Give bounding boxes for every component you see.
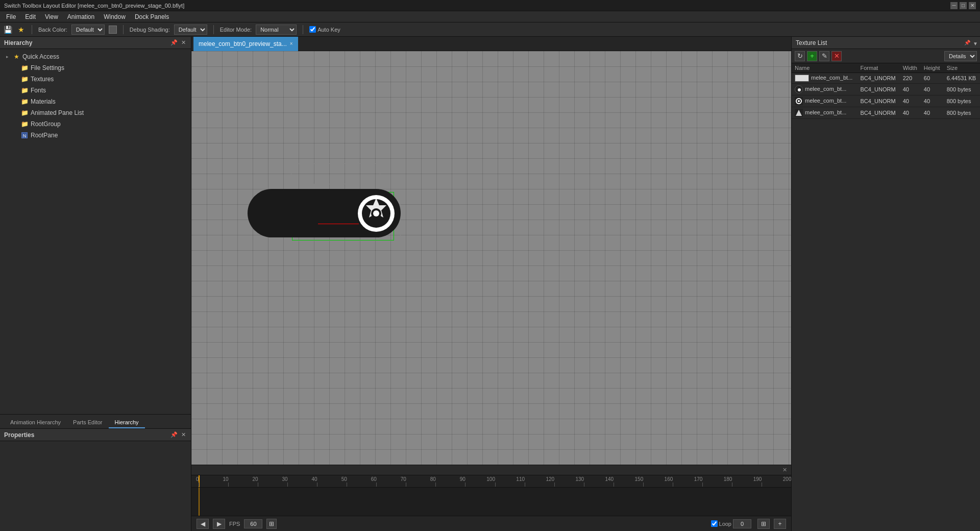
texture-row-0[interactable]: melee_com_bt...BC4_UNORM220606.44531 KB [792,73,980,84]
ruler-mark-190: 190 [762,475,762,487]
loop-checkbox[interactable] [711,520,718,527]
canvas-grid [191,51,791,465]
tab-hierarchy[interactable]: Hierarchy [109,417,145,428]
ruler-mark-0: 0 [199,475,199,487]
animated-pane-label: Animated Pane List [31,109,84,116]
ruler-mark-160: 160 [673,475,673,487]
menu-bar: File Edit View Animation Window Dock Pan… [0,11,980,22]
ruler-tick-90 [465,482,465,487]
tree-item-textures[interactable]: 📁 Textures [0,74,191,85]
ruler-label-50: 50 [341,476,347,482]
editor-tab-main[interactable]: melee_com_btn0_preview_sta... × [193,37,298,51]
debug-shading-label: Debug Shading: [130,27,170,33]
tree-item-quick-access[interactable]: ▸ ★ Quick Access [0,51,191,62]
quick-access-label: Quick Access [22,53,59,60]
ruler-tick-110 [525,482,525,487]
editor-mode-label: Editor Mode: [220,27,252,33]
hierarchy-title: Hierarchy [4,39,32,46]
center-area: melee_com_btn0_preview_sta... × ▼ [191,37,791,531]
auto-key-checkbox[interactable] [309,26,316,33]
canvas-area[interactable] [191,51,791,465]
ruler-label-180: 180 [724,476,732,482]
timeline-close-icon[interactable]: ✕ [782,467,787,473]
textures-icon: 📁 [20,75,29,83]
ruler-label-170: 170 [694,476,703,482]
hierarchy-panel: Hierarchy 📌 ✕ ▸ ★ Quick Access 📁 File Se… [0,37,191,429]
materials-label: Materials [31,98,56,105]
close-button[interactable]: ✕ [969,2,976,9]
hierarchy-pin-icon[interactable]: 📌 [170,39,178,46]
maximize-button[interactable]: □ [960,2,967,9]
quick-access-icon: ★ [12,53,20,61]
materials-icon: 📁 [20,98,29,106]
menu-view[interactable]: View [41,12,62,21]
ruler-label-100: 100 [486,476,495,482]
debug-shading-select[interactable]: Default [174,25,207,35]
menu-dock-panels[interactable]: Dock Panels [131,12,173,21]
tree-item-materials[interactable]: 📁 Materials [0,96,191,107]
timeline-content[interactable] [191,488,791,516]
texture-view-select[interactable]: Details Icons List [944,51,977,61]
expand-quick-access[interactable]: ▸ [4,54,10,60]
ruler-label-30: 30 [282,476,288,482]
add-frame-btn[interactable]: + [774,519,786,529]
loop-input[interactable] [733,519,751,528]
tree-item-root-pane[interactable]: N RootPane [0,130,191,141]
toolbar-save-icon[interactable]: 💾 [3,25,12,34]
ruler-label-90: 90 [460,476,465,482]
tree-item-root-group[interactable]: 📁 RootGroup [0,118,191,130]
menu-animation[interactable]: Animation [63,12,99,21]
play-forward-button[interactable]: ▶ [213,519,225,529]
ruler-mark-170: 170 [702,475,703,487]
texture-reload-btn[interactable]: ↻ [795,51,805,61]
texture-row-1[interactable]: melee_com_bt...BC4_UNORM4040800 bytes [792,84,980,95]
expand-animated-pane [12,110,18,116]
hierarchy-close-icon[interactable]: ✕ [180,39,187,46]
texture-edit-btn[interactable]: ✎ [819,51,829,61]
texture-panel-pin[interactable]: 📌 [964,40,970,45]
texture-cell-width-1: 40 [900,84,921,95]
tree-item-fonts[interactable]: 📁 Fonts [0,85,191,96]
tab-animation-hierarchy[interactable]: Animation Hierarchy [4,417,67,428]
tree-item-animated-pane-list[interactable]: 📁 Animated Pane List [0,107,191,118]
ruler-mark-60: 60 [376,475,377,487]
ruler-mark-40: 40 [317,475,317,487]
ruler-label-110: 110 [516,476,525,482]
ruler-label-200: 200 [783,476,791,482]
ruler-mark-70: 70 [406,475,406,487]
tab-parts-editor[interactable]: Parts Editor [67,417,108,428]
texture-row-2[interactable]: melee_com_bt...BC4_UNORM4040800 bytes [792,95,980,107]
ruler-label-40: 40 [312,476,317,482]
menu-window[interactable]: Window [100,12,130,21]
minimize-button[interactable]: ─ [950,2,958,9]
back-color-select[interactable]: Default [71,25,105,35]
add-keyframe-button[interactable]: ⊞ [266,519,277,529]
editor-mode-select[interactable]: Normal Viewer Animation [256,25,297,35]
play-back-button[interactable]: ◀ [197,519,209,529]
texture-cell-size-1: 800 bytes [944,84,980,95]
ruler-label-150: 150 [635,476,644,482]
expand-keyframe-btn[interactable]: ⊞ [757,519,770,529]
ruler-tick-130 [584,482,584,487]
ruler-label-120: 120 [546,476,554,482]
menu-file[interactable]: File [2,12,20,21]
properties-panel: Properties 📌 ✕ [0,429,191,531]
fps-input[interactable] [244,519,262,528]
ruler-tick-120 [554,482,555,487]
properties-pin-icon[interactable]: 📌 [170,431,178,439]
back-color-picker[interactable] [109,26,117,34]
texture-delete-btn[interactable]: ✕ [831,51,842,61]
tree-item-file-settings[interactable]: 📁 File Settings [0,62,191,74]
editor-tab-close[interactable]: × [290,41,293,46]
editor-tab-scroll-right[interactable]: ▼ [971,39,980,49]
texture-add-btn[interactable]: + [807,51,817,61]
auto-key-toggle[interactable]: Auto Key [309,26,340,33]
ruler-tick-100 [495,482,496,487]
texture-row-3[interactable]: melee_com_bt...BC4_UNORM4040800 bytes [792,107,980,119]
menu-edit[interactable]: Edit [21,12,40,21]
animated-pane-icon: 📁 [20,109,29,117]
ruler-mark-120: 120 [554,475,555,487]
properties-close-icon[interactable]: ✕ [180,431,187,439]
ruler-mark-80: 80 [435,475,436,487]
toolbar-open-icon[interactable]: ★ [16,25,26,34]
